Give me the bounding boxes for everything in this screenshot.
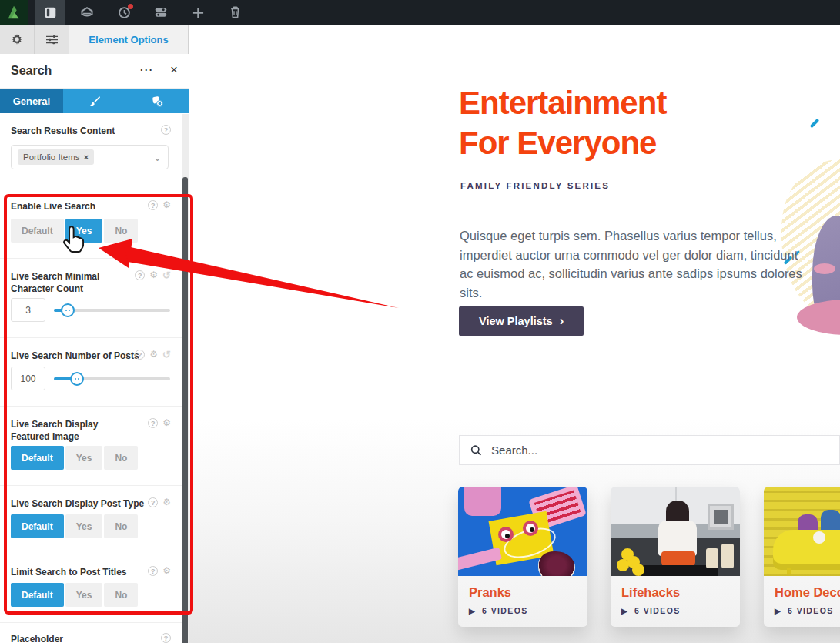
field-display-featured-image: Live Search Display Featured Image ? ⚙ xyxy=(11,418,171,443)
option-default[interactable]: Default xyxy=(11,583,64,607)
decor-pink-drop xyxy=(814,263,835,274)
playlist-card-pranks[interactable]: Pranks ▶ 6 VIDEOS xyxy=(458,487,587,627)
playlists-section: Pranks ▶ 6 VIDEOS xyxy=(189,420,840,643)
library-icon[interactable] xyxy=(72,0,102,25)
card-thumbnail xyxy=(458,487,587,576)
slider-handle[interactable] xyxy=(70,372,84,386)
min-char-count-slider[interactable] xyxy=(54,298,170,322)
view-playlists-label: View Playlists xyxy=(479,315,553,327)
playlist-card-lifehacks[interactable]: Lifehacks ▶ 6 VIDEOS xyxy=(611,487,740,627)
tab-design[interactable] xyxy=(63,89,126,113)
number-of-posts-input[interactable] xyxy=(11,367,45,390)
help-icon[interactable]: ? xyxy=(148,566,158,576)
panel-title: Search xyxy=(11,64,52,78)
card-title[interactable]: Lifehacks xyxy=(621,585,680,600)
gear-icon[interactable]: ⚙ xyxy=(162,497,171,507)
display-post-type-options: Default Yes No xyxy=(11,514,138,538)
tab-general-label: General xyxy=(13,95,50,107)
field-enable-live-search: Enable Live Search ? ⚙ xyxy=(11,200,171,213)
card-meta: ▶ 6 VIDEOS xyxy=(469,606,528,615)
option-yes[interactable]: Yes xyxy=(65,219,103,243)
tab-general[interactable]: General xyxy=(0,89,63,113)
chevron-right-icon: › xyxy=(560,314,564,327)
tab-element-options[interactable]: Element Options xyxy=(69,25,189,54)
tag-remove-icon[interactable]: × xyxy=(84,152,89,162)
site-search-bar[interactable] xyxy=(459,435,840,465)
field-label: Enable Live Search xyxy=(11,200,138,213)
search-results-content-select[interactable]: Portfolio Items × ⌄ xyxy=(11,145,169,169)
card-title[interactable]: Home Decoration xyxy=(775,585,840,600)
gear-icon[interactable]: ⚙ xyxy=(162,418,171,428)
enable-live-search-options: Default Yes No xyxy=(11,219,138,243)
field-search-results-content: Search Results Content ? xyxy=(11,125,171,137)
card-title[interactable]: Pranks xyxy=(469,585,511,600)
help-icon[interactable]: ? xyxy=(148,200,158,210)
option-default[interactable]: Default xyxy=(11,219,64,243)
gear-icon[interactable]: ⚙ xyxy=(149,270,158,280)
option-tabs: General xyxy=(0,89,189,113)
option-yes[interactable]: Yes xyxy=(65,514,103,538)
site-search-input[interactable] xyxy=(491,444,828,457)
gear-icon[interactable]: ⚙ xyxy=(162,200,171,210)
panel-tabbar: Element Options xyxy=(0,25,189,54)
hero-heading-line2: For Everyone xyxy=(459,125,656,161)
reset-icon[interactable]: ↺ xyxy=(162,270,171,280)
help-icon[interactable]: ? xyxy=(148,497,158,507)
decor-pink-puddle xyxy=(797,300,840,335)
playlist-card-home-decoration[interactable]: Home Decoration ▶ 6 VIDEOS xyxy=(764,487,840,627)
field-label: Search Results Content xyxy=(11,125,138,137)
slider-handle[interactable] xyxy=(61,303,75,317)
trash-icon[interactable] xyxy=(220,0,249,25)
tab-filters[interactable] xyxy=(35,25,69,54)
number-of-posts-slider[interactable] xyxy=(54,367,170,390)
reset-icon[interactable]: ↺ xyxy=(162,350,171,360)
panel-close-button[interactable]: × xyxy=(170,62,178,78)
element-options-label: Element Options xyxy=(89,34,168,45)
limit-post-titles-options: Default Yes No xyxy=(11,583,138,607)
view-playlists-button[interactable]: View Playlists › xyxy=(459,306,584,336)
tab-settings[interactable] xyxy=(0,25,35,54)
option-no[interactable]: No xyxy=(104,583,138,607)
hero-heading-line1: Entertainment xyxy=(459,85,666,121)
field-number-of-posts: Live Search Number of Posts ? ⚙ ↺ xyxy=(11,350,171,362)
field-display-post-type: Live Search Display Post Type ? ⚙ xyxy=(11,497,171,510)
field-label: Placeholder xyxy=(11,633,138,643)
element-options-panel: Search ⋯ × General Search Results Conten… xyxy=(0,54,189,643)
video-count: 6 VIDEOS xyxy=(482,606,528,615)
option-default[interactable]: Default xyxy=(11,514,64,538)
tag-link-icon xyxy=(151,95,164,108)
selected-tag: Portfolio Items × xyxy=(18,149,94,165)
help-icon[interactable]: ? xyxy=(148,418,158,428)
field-label: Live Search Display Post Type xyxy=(11,497,153,510)
help-icon[interactable]: ? xyxy=(135,270,145,280)
help-icon[interactable]: ? xyxy=(161,125,171,135)
video-count: 6 VIDEOS xyxy=(634,606,681,615)
option-default[interactable]: Default xyxy=(11,446,64,470)
help-icon[interactable]: ? xyxy=(135,350,145,360)
card-meta: ▶ 6 VIDEOS xyxy=(621,606,681,615)
option-yes[interactable]: Yes xyxy=(65,583,103,607)
options-toggles-icon[interactable] xyxy=(146,0,176,25)
history-icon[interactable] xyxy=(109,0,139,25)
add-icon[interactable] xyxy=(183,0,213,25)
field-label: Live Search Number of Posts xyxy=(11,350,153,362)
help-icon[interactable]: ? xyxy=(161,633,171,643)
panel-menu-button[interactable]: ⋯ xyxy=(139,62,153,78)
avada-logo[interactable] xyxy=(0,0,28,25)
min-char-count-input[interactable] xyxy=(11,298,45,322)
card-thumbnail xyxy=(611,487,740,576)
option-no[interactable]: No xyxy=(104,446,138,470)
field-label: Live Search Display Featured Image xyxy=(11,418,138,443)
sidebar-toggle-icon[interactable] xyxy=(35,0,65,25)
gear-icon[interactable]: ⚙ xyxy=(162,566,171,576)
panel-scrollbar-thumb[interactable] xyxy=(182,177,188,643)
gear-icon[interactable]: ⚙ xyxy=(149,350,158,360)
hero-paragraph: Quisque eget turpis sem. Phasellus variu… xyxy=(460,226,814,302)
option-no[interactable]: No xyxy=(104,514,138,538)
hero-eyebrow: FAMILY FRIENDLY SERIES xyxy=(460,181,610,190)
paintbrush-icon xyxy=(89,95,101,108)
option-no[interactable]: No xyxy=(104,219,138,243)
option-yes[interactable]: Yes xyxy=(65,446,103,470)
tab-extras[interactable] xyxy=(125,89,189,113)
panel-scrollbar-track[interactable] xyxy=(182,114,189,643)
